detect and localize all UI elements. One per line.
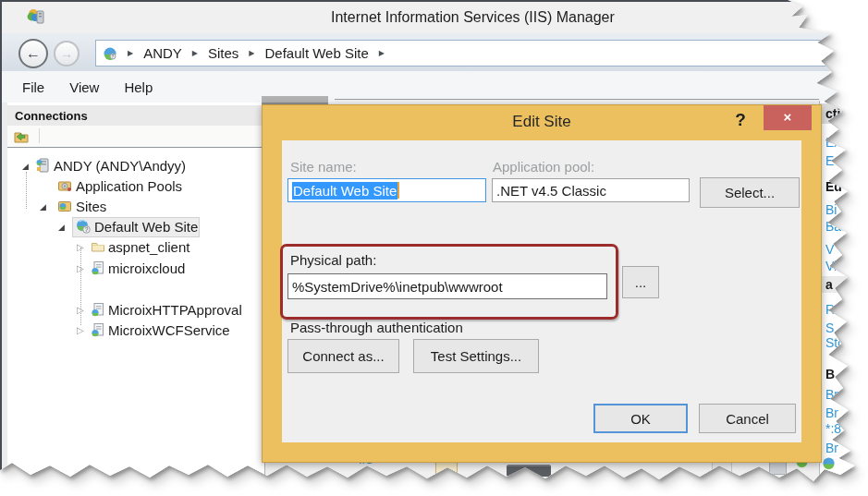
expander-expanded-icon[interactable]: ◢	[40, 200, 46, 213]
cancel-button[interactable]: Cancel	[699, 404, 796, 433]
save-connections-icon[interactable]	[13, 128, 30, 145]
web-application-icon	[91, 260, 105, 275]
tree-item-label: MicroixHTTPApproval	[108, 302, 242, 318]
selected-text: Default Web Site	[292, 182, 397, 200]
action-link-fragment[interactable]: Br	[825, 387, 838, 402]
torn-screenshot: Internet Information Services (IIS) Mana…	[0, 0, 868, 496]
icon-fragment	[712, 461, 732, 477]
select-button[interactable]: Select...	[700, 177, 800, 208]
tree-item-aspnet-client[interactable]: ▷ aspnet_client	[7, 237, 264, 258]
tree-item-label: microixcloud	[108, 260, 185, 276]
action-link-fragment[interactable]: E	[825, 153, 834, 168]
website-globe-icon: ?	[76, 219, 91, 234]
tree-item-label: Sites	[76, 199, 106, 214]
browse-globe-icon	[822, 456, 836, 470]
action-link-fragment[interactable]: Vie	[825, 259, 844, 273]
text-caret	[397, 182, 399, 199]
site-globe-icon: ?	[103, 46, 117, 61]
site-name-input[interactable]: Default Web Site	[287, 178, 486, 202]
action-link-fragment[interactable]: S	[825, 321, 834, 335]
action-link-fragment[interactable]: Bas	[825, 219, 848, 234]
breadcrumb-arrow-icon: ▶	[369, 49, 395, 57]
dialog-body: Site name: Default Web Site Application …	[282, 140, 801, 442]
edit-site-dialog: Edit Site ? × Site name: Default Web Sit…	[262, 104, 822, 463]
actions-panel-fragment: ctio Ex E Ed Bi Bas V Vie a Re S Sto B B…	[819, 101, 868, 496]
site-name-label: Site name:	[290, 159, 357, 175]
test-settings-button[interactable]: Test Settings...	[413, 339, 539, 373]
actions-header: ctio	[825, 106, 849, 121]
breadcrumb-item-server[interactable]: ANDY	[143, 45, 182, 61]
connect-as-button[interactable]: Connect as...	[287, 339, 399, 373]
ok-button[interactable]: OK	[593, 404, 688, 433]
tree-item-default-web-site[interactable]: ◢ ? Default Web Site	[7, 217, 264, 237]
actions-group-header: Ed	[825, 179, 842, 194]
tree-item-application-pools[interactable]: Application Pools	[7, 176, 264, 197]
action-link-fragment[interactable]: *:8	[825, 421, 841, 436]
title-bar: Internet Information Services (IIS) Mana…	[2, 2, 868, 34]
back-button[interactable]: ←	[18, 39, 48, 68]
svg-text:?: ?	[85, 226, 89, 233]
menu-file[interactable]: File	[22, 79, 44, 95]
physical-path-input[interactable]	[287, 273, 607, 299]
breadcrumb-arrow-icon: ▶	[238, 49, 264, 57]
help-button[interactable]: ?	[730, 110, 751, 130]
breadcrumb-arrow-icon: ▶	[182, 49, 208, 57]
toolbar-separator	[39, 128, 40, 143]
actions-group-header: a	[825, 277, 833, 292]
action-link-fragment[interactable]: Re	[825, 302, 842, 317]
menu-help[interactable]: Help	[124, 79, 153, 95]
server-icon	[35, 158, 50, 173]
tree-item-microixcloud[interactable]: ▷ microixcloud	[7, 259, 264, 279]
expander-collapsed-icon[interactable]: ▷	[77, 304, 84, 317]
tree-item-microixwcfservice[interactable]: ▷ MicroixWCFService	[7, 321, 264, 341]
navigation-bar: ← → ? ▶ ANDY ▶ Sites ▶ Default Web Site …	[2, 33, 868, 72]
connections-title: Connections	[15, 109, 88, 123]
tree-item-label: ANDY (ANDY\Andyy)	[54, 158, 186, 174]
connections-tree: ◢ ANDY (ANDY\Andyy)	[7, 147, 264, 496]
expander-expanded-icon[interactable]: ◢	[58, 221, 65, 234]
expander-collapsed-icon[interactable]: ▷	[77, 241, 84, 254]
action-link-fragment[interactable]: V	[825, 242, 834, 257]
passthrough-label: Pass-through authentication	[290, 320, 463, 335]
folder-icon-fragment	[435, 462, 458, 476]
action-link-fragment[interactable]: Sto	[825, 335, 845, 350]
application-pool-label: Application pool:	[493, 159, 594, 175]
close-button[interactable]: ×	[764, 105, 812, 130]
action-link-fragment[interactable]: Ex	[825, 135, 840, 150]
connections-panel: Connections ◢	[7, 103, 265, 496]
expander-collapsed-icon[interactable]: ▷	[77, 324, 84, 337]
browse-path-button[interactable]: ...	[622, 266, 659, 298]
tree-item-server[interactable]: ◢ ANDY (ANDY\Andyy)	[7, 156, 264, 176]
application-pool-input[interactable]	[492, 178, 690, 202]
breadcrumb-arrow-icon: ▶	[117, 49, 143, 57]
pane-scrollbar-fragment	[262, 96, 328, 104]
tree-item-label: Default Web Site	[94, 219, 198, 235]
iis-app-icon	[26, 6, 46, 27]
action-link-fragment[interactable]: Br	[825, 405, 838, 420]
tree-item-label: aspnet_client	[108, 239, 189, 255]
action-link-fragment[interactable]: Br	[825, 441, 838, 455]
expander-collapsed-icon[interactable]: ▷	[77, 262, 84, 275]
connections-toolbar	[7, 126, 264, 147]
actions-group-header: B	[825, 367, 835, 381]
breadcrumb-item-sites[interactable]: Sites	[208, 45, 238, 61]
web-application-icon	[91, 322, 105, 337]
connections-header: Connections	[7, 105, 264, 127]
menu-view[interactable]: View	[69, 79, 99, 95]
action-link-fragment[interactable]: Bi	[825, 202, 837, 217]
folder-icon	[91, 239, 105, 254]
application-pools-icon	[57, 178, 72, 193]
breadcrumb-item-site[interactable]: Default Web Site	[265, 45, 369, 61]
forward-button[interactable]: →	[54, 41, 79, 67]
window-title: Internet Information Services (IIS) Mana…	[331, 9, 615, 26]
expander-expanded-icon[interactable]: ◢	[22, 160, 29, 173]
web-application-icon	[91, 302, 105, 317]
torn-clip: Internet Information Services (IIS) Mana…	[0, 0, 868, 496]
server-icon-fragment	[507, 465, 551, 477]
tree-item-sites[interactable]: ◢ Sites	[7, 197, 264, 217]
tree-item-microixhttpapproval[interactable]: ▷ MicroixHTTPApproval	[7, 300, 264, 321]
tree-item-label: Application Pools	[76, 178, 182, 194]
tree-item-label: MicroixWCFService	[108, 322, 230, 338]
sites-icon	[57, 199, 72, 213]
svg-text:?: ?	[112, 54, 115, 59]
